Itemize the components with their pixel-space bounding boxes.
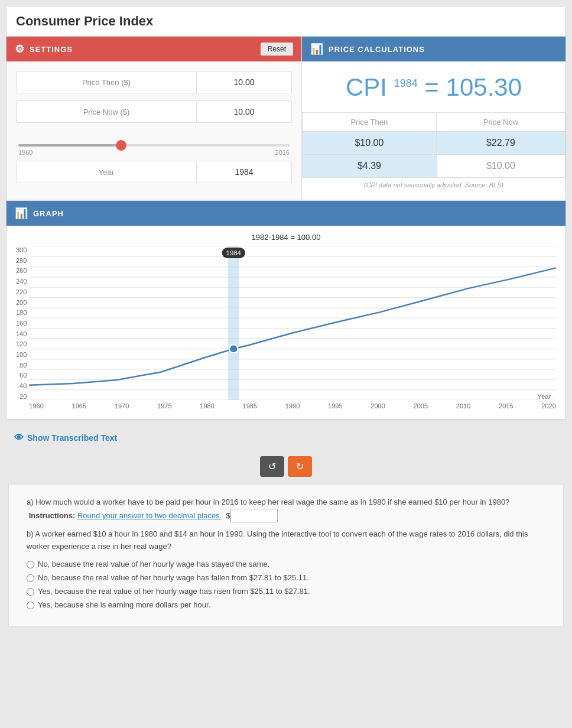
answer-input-a[interactable] — [230, 509, 278, 522]
chart-plot-area: 1984 Year 1960 1965 1970 1975 1980 1985 — [29, 246, 556, 410]
qa-text: a) How much would a worker have to be pa… — [27, 498, 509, 506]
cpi-tool: Consumer Price Index ⚙ SETTINGS Reset Pr… — [6, 6, 566, 420]
radio-option-2: Yes, because the real value of her hourl… — [27, 587, 545, 596]
radio-option-0: No, because the real value of her hourly… — [27, 560, 545, 568]
year-value[interactable]: 1984 — [197, 161, 291, 183]
cpi-main-label: CPI — [346, 73, 387, 101]
controls-bar: ↺ ↻ — [6, 449, 566, 484]
price-calc-panel: 📊 PRICE CALCULATIONS CPI 1984 = 105.30 P… — [302, 37, 566, 200]
year-label: Year — [17, 162, 197, 183]
undo-button[interactable]: ↺ — [260, 456, 284, 477]
chart-icon: 📊 — [310, 43, 324, 56]
x-axis: 1960 1965 1970 1975 1980 1985 1990 1995 … — [29, 401, 556, 410]
cpi-note: (CPI data not seasonally adjusted. Sourc… — [302, 178, 566, 192]
slider-fill — [18, 144, 119, 147]
graph-body: 1982-1984 = 100.00 300 280 260 240 220 2… — [6, 226, 566, 419]
question-a: a) How much would a worker have to be pa… — [27, 496, 545, 522]
graph-header: 📊 GRAPH — [6, 201, 566, 226]
price-now-row: Price Now ($) 10.00 — [16, 100, 292, 123]
price-then-value[interactable]: 10.00 — [197, 72, 291, 93]
cpi-title-bar: Consumer Price Index — [6, 6, 566, 37]
cpi-equals: = — [424, 73, 439, 101]
main-container: Consumer Price Index ⚙ SETTINGS Reset Pr… — [0, 0, 572, 632]
row1-price-then: $10.00 — [303, 132, 437, 155]
col-price-now: Price Now — [436, 113, 565, 132]
chart-container: 300 280 260 240 220 200 180 160 140 120 … — [16, 246, 556, 410]
slider-max-label: 2016 — [275, 149, 290, 156]
graph-chart-icon: 📊 — [15, 207, 28, 220]
price-then-label: Price Then ($) — [17, 72, 197, 93]
settings-header-left: ⚙ SETTINGS — [15, 43, 73, 56]
gear-icon: ⚙ — [15, 43, 25, 56]
radio-label-3: Yes, because she is earning more dollars… — [38, 600, 210, 609]
price-now-label: Price Now ($) — [17, 102, 197, 122]
settings-label: SETTINGS — [30, 45, 73, 54]
graph-section: 📊 GRAPH 1982-1984 = 100.00 300 280 260 2… — [6, 200, 566, 419]
slider-labels: 1960 2016 — [18, 149, 290, 156]
instructions-text: Round your answer to two decimal places. — [77, 511, 222, 520]
row1-price-now: $22.79 — [436, 132, 565, 155]
radio-group: No, because the real value of her hourly… — [27, 560, 545, 609]
price-now-value[interactable]: 10.00 — [197, 101, 291, 122]
slider-min-label: 1960 — [18, 149, 32, 156]
row2-price-now: $10.00 — [436, 155, 565, 178]
question-box: a) How much would a worker have to be pa… — [8, 484, 564, 626]
cpi-value: 105.30 — [446, 73, 522, 101]
radio-label-0: No, because the real value of her hourly… — [38, 560, 269, 568]
instructions-label: Instructions: — [29, 511, 76, 520]
radio-input-3[interactable] — [27, 602, 34, 609]
radio-label-2: Yes, because the real value of her hourl… — [38, 587, 310, 596]
price-table: Price Then Price Now $10.00 $22.79 $4.39… — [302, 112, 566, 178]
cpi-display: CPI 1984 = 105.30 — [302, 61, 566, 108]
svg-rect-16 — [228, 246, 239, 400]
slider-track — [18, 144, 290, 147]
year-row: Year 1984 — [16, 161, 292, 183]
cpi-top-section: ⚙ SETTINGS Reset Price Then ($) 10.00 Pr… — [6, 37, 566, 200]
cpi-year-label: 1984 — [394, 77, 418, 89]
price-calc-label: PRICE CALCULATIONS — [329, 45, 425, 54]
price-then-row: Price Then ($) 10.00 — [16, 71, 292, 93]
col-price-then: Price Then — [303, 113, 437, 132]
radio-input-1[interactable] — [27, 574, 34, 582]
year-slider-container: 1960 2016 — [16, 130, 292, 156]
cpi-title: Consumer Price Index — [16, 14, 153, 28]
question-b: b) A worker earned $10 a hour in 1980 an… — [27, 528, 545, 553]
show-transcribed-toggle[interactable]: 👁 Show Transcribed Text — [6, 427, 566, 449]
svg-point-17 — [229, 344, 238, 353]
price-calc-header: 📊 PRICE CALCULATIONS — [302, 37, 566, 61]
row2-price-then: $4.39 — [303, 155, 437, 178]
radio-input-0[interactable] — [27, 561, 34, 568]
radio-option-3: Yes, because she is earning more dollars… — [27, 600, 545, 609]
qb-text: b) A worker earned $10 a hour in 1980 an… — [27, 529, 528, 551]
dollar-sign: $ — [226, 511, 230, 520]
eye-icon: 👁 — [14, 433, 24, 443]
reset-button[interactable]: Reset — [261, 43, 293, 56]
redo-button[interactable]: ↻ — [288, 456, 312, 477]
settings-panel: ⚙ SETTINGS Reset Price Then ($) 10.00 Pr… — [6, 37, 302, 200]
settings-header: ⚙ SETTINGS Reset — [6, 37, 301, 61]
show-transcribed-label: Show Transcribed Text — [27, 433, 117, 443]
svg-text:1984: 1984 — [226, 249, 241, 256]
graph-subtitle: 1982-1984 = 100.00 — [16, 233, 556, 242]
graph-label: GRAPH — [33, 209, 64, 218]
svg-text:Year: Year — [538, 393, 551, 400]
radio-label-1: No, because the real value of her hourly… — [38, 573, 309, 582]
radio-option-1: No, because the real value of her hourly… — [27, 573, 545, 582]
chart-svg: 1984 Year — [29, 246, 556, 400]
settings-body: Price Then ($) 10.00 Price Now ($) 10.00 — [6, 61, 301, 200]
y-axis: 300 280 260 240 220 200 180 160 140 120 … — [16, 246, 29, 400]
radio-input-2[interactable] — [27, 588, 34, 596]
